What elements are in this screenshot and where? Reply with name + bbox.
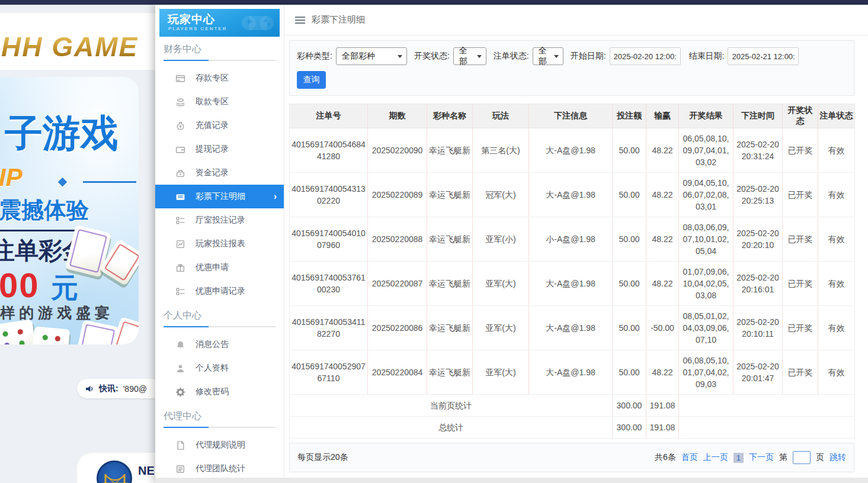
end-date-label: 结束日期: <box>689 51 725 62</box>
cell-bet-info: 大-A盘@1.98 <box>529 128 613 173</box>
search-button[interactable]: 查询 <box>297 71 326 89</box>
section-divider <box>164 326 276 327</box>
table-row: 401569174005401007960 20250220088 幸运飞艇新 … <box>290 217 855 262</box>
draw-status-label: 开奖状态: <box>414 51 450 62</box>
draw-status-select[interactable]: 全部 <box>453 47 486 65</box>
cell-bet-info: 大-A盘@1.98 <box>529 262 613 306</box>
sidebar-item-lottery-bet-detail[interactable]: 彩票下注明细 › <box>155 185 284 208</box>
col-order-status: 注单状态 <box>818 104 855 128</box>
filter-panel: 彩种类型: 全部彩种 开奖状态: 全部 注单状态: 全部 开始日期: 结束日期:… <box>289 40 854 96</box>
sidebar-item-funds-record[interactable]: 资金记录 <box>155 161 284 185</box>
banner-vip-text: VIP <box>0 163 23 192</box>
sidebar-item-agent-rules[interactable]: 代理规则说明 <box>155 433 284 457</box>
banner-rule <box>83 181 136 183</box>
banner-currency: 元 <box>51 270 78 307</box>
total-count: 共6条 <box>655 452 676 463</box>
cell-draw-result: 06,08,05,10,01,07,04,02,09,03 <box>679 350 734 395</box>
ticker-text: '890@ <box>123 384 147 394</box>
col-play: 玩法 <box>473 104 529 128</box>
order-status-select[interactable]: 全部 <box>533 47 563 65</box>
sidebar-item-label: 彩票下注明细 <box>196 191 245 202</box>
cell-draw-status: 已开奖 <box>783 350 818 395</box>
cell-draw-result: 06,05,08,10,09,07,04,01,03,02 <box>679 128 734 173</box>
cell-period: 20250220089 <box>368 173 427 217</box>
sidebar-item-agent-team[interactable]: 代理团队统计 <box>155 457 284 481</box>
cell-bet-amount: 50.00 <box>613 262 646 306</box>
col-period: 期数 <box>368 104 427 128</box>
cell-play: 亚军(大) <box>473 306 529 350</box>
page-stats-empty <box>679 395 855 417</box>
sidebar-item-messages[interactable]: 消息公告 <box>155 333 284 356</box>
cell-play: 亚军(大) <box>473 350 529 395</box>
sidebar-subtitle: PLAYERS CENTER <box>168 26 227 31</box>
cell-draw-result: 08,03,06,09,07,10,01,02,05,04 <box>679 217 734 262</box>
sidebar-item-label: 提现记录 <box>196 144 229 154</box>
sidebar-item-deposit[interactable]: 存款专区 <box>155 66 284 90</box>
table-row: 401569174005341182270 20250220086 幸运飞艇新 … <box>290 306 855 350</box>
sidebar-item-hall-bet-record[interactable]: 厅室投注记录 <box>155 208 284 232</box>
news-ticker[interactable]: 快讯: '890@ <box>77 379 155 398</box>
cell-play: 亚军(大) <box>473 262 529 306</box>
cell-order-status: 有效 <box>818 128 855 173</box>
promo-banner: 子游戏 VIP 震撼体验 注单彩金 00 元 样的游戏盛宴 <box>0 77 139 344</box>
cell-order-no: 401569174005376100230 <box>290 262 368 306</box>
sidebar-item-recharge-record[interactable]: 充值记录 <box>155 114 284 137</box>
sidebar-item-withdraw[interactable]: 取款专区 <box>155 90 284 114</box>
cell-period: 20250220086 <box>368 306 427 350</box>
sidebar-item-profile[interactable]: 个人资料 <box>155 356 284 380</box>
cell-order-no: 401569174005290767110 <box>290 350 368 395</box>
sidebar-item-promo-record[interactable]: 优惠申请记录 <box>155 279 284 303</box>
site-logo-bar: HH GAME <box>0 13 155 70</box>
col-bet-time: 下注时间 <box>734 104 783 128</box>
sidebar-item-label: 存款专区 <box>196 73 229 83</box>
cell-bet-amount: 50.00 <box>613 173 646 217</box>
hamburger-menu-icon[interactable] <box>295 17 305 24</box>
sidebar-item-label: 优惠申请记录 <box>196 286 245 297</box>
cell-bet-time: 2025-02-20 20:01:47 <box>734 350 783 395</box>
cell-period: 20250220088 <box>368 217 427 262</box>
col-draw-result: 开奖结果 <box>679 104 734 128</box>
cell-order-status: 有效 <box>818 173 855 217</box>
document-icon <box>175 440 185 450</box>
cell-bet-info: 小-A盘@1.98 <box>529 217 613 262</box>
sidebar-item-label: 代理规则说明 <box>196 440 245 450</box>
end-date-input[interactable] <box>728 47 799 65</box>
chart-icon <box>175 239 185 249</box>
cell-order-status: 有效 <box>818 350 855 395</box>
cell-order-no: 401569174005468441280 <box>290 128 368 173</box>
cell-order-status: 有效 <box>818 262 855 306</box>
cell-order-status: 有效 <box>818 217 855 262</box>
page-jump-input[interactable] <box>793 451 811 464</box>
lottery-type-select[interactable]: 全部彩种 <box>336 47 407 65</box>
start-date-input[interactable] <box>610 47 681 65</box>
cell-winloss: 48.22 <box>646 350 679 395</box>
banner-tagline: 样的游戏盛宴 <box>0 303 114 323</box>
cell-draw-status: 已开奖 <box>783 173 818 217</box>
cell-lottery-name: 幸运飞艇新 <box>427 128 473 173</box>
table-row: 401569174005290767110 20250220084 幸运飞艇新 … <box>290 350 855 395</box>
page-stats-bet: 300.00 <box>613 395 646 417</box>
cell-order-no: 401569174005431302220 <box>290 173 368 217</box>
lottery-type-label: 彩种类型: <box>297 51 332 62</box>
speaker-icon <box>85 384 94 394</box>
page-stats-row: 当前页统计 300.00 191.08 <box>290 395 855 417</box>
panel-bottom-strip <box>155 478 868 483</box>
col-bet-info: 下注信息 <box>529 104 613 128</box>
jump-button[interactable]: 跳转 <box>829 452 846 463</box>
next-page-link[interactable]: 下一页 <box>749 452 774 463</box>
sidebar: 玩家中心 PLAYERS CENTER 财务中心 存款专区 <box>155 5 284 483</box>
current-page-badge[interactable]: 1 <box>734 453 744 463</box>
cell-draw-result: 08,05,01,02,04,03,09,06,07,10 <box>679 306 734 350</box>
sidebar-item-promo-apply[interactable]: 优惠申请 <box>155 256 284 279</box>
sidebar-item-player-report[interactable]: 玩家投注报表 <box>155 232 284 256</box>
first-page-link[interactable]: 首页 <box>681 452 698 463</box>
prev-page-link[interactable]: 上一页 <box>703 452 728 463</box>
total-stats-winloss: 191.08 <box>646 417 679 439</box>
order-status-label: 注单状态: <box>494 51 529 62</box>
jump-suffix: 页 <box>816 452 824 463</box>
cell-lottery-name: 幸运飞艇新 <box>427 217 473 262</box>
cell-bet-amount: 50.00 <box>613 128 646 173</box>
bet-table: 注单号 期数 彩种名称 玩法 下注信息 投注额 输赢 开奖结果 下注时间 开奖状… <box>289 104 855 439</box>
sidebar-item-withdrawal-record[interactable]: 提现记录 <box>155 137 284 161</box>
sidebar-item-change-password[interactable]: 修改密码 <box>155 380 284 404</box>
